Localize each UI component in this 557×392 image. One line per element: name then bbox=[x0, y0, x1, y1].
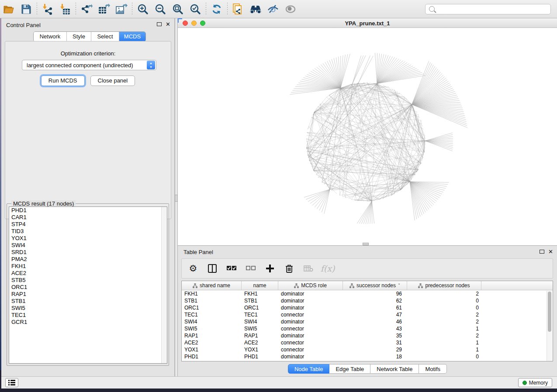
hide-selected-icon[interactable] bbox=[264, 2, 282, 17]
cell-successor_nodes: 35 bbox=[343, 332, 407, 339]
column-header-shared-name[interactable]: shared name bbox=[182, 281, 242, 290]
column-type-icon bbox=[418, 283, 423, 288]
mcds-result-item[interactable]: GCR1 bbox=[9, 319, 167, 326]
cell-mcds_role: dominator bbox=[278, 290, 343, 297]
first-neighbors-icon[interactable] bbox=[247, 2, 264, 17]
mcds-result-item[interactable]: ACE2 bbox=[9, 270, 167, 277]
mcds-result-item[interactable]: FKH1 bbox=[9, 263, 167, 270]
apply-layout-icon[interactable] bbox=[208, 2, 225, 17]
search-icon bbox=[429, 6, 435, 12]
network-canvas[interactable] bbox=[178, 28, 557, 245]
show-panels-list-button[interactable] bbox=[5, 378, 18, 387]
table-scrollbar[interactable] bbox=[547, 291, 552, 361]
float-panel-icon[interactable] bbox=[540, 250, 544, 254]
toolbar-separator bbox=[76, 3, 76, 16]
show-all-icon[interactable] bbox=[282, 2, 299, 17]
mcds-result-item[interactable]: SWI4 bbox=[9, 242, 167, 249]
close-panel-button[interactable]: Close panel bbox=[90, 76, 135, 86]
optimization-criterion-select[interactable]: largest connected component (undirected)… bbox=[22, 60, 156, 70]
cell-shared_name: SWI5 bbox=[182, 325, 242, 332]
column-header-MCDS-role[interactable]: MCDS role bbox=[278, 281, 343, 290]
zoom-in-icon[interactable] bbox=[134, 2, 152, 17]
new-network-from-selection-icon[interactable] bbox=[229, 2, 247, 17]
cell-successor_nodes: 29 bbox=[343, 346, 407, 353]
add-column-icon[interactable] bbox=[265, 263, 275, 274]
table-row[interactable]: RAP1RAP1dominator352 bbox=[182, 332, 553, 339]
save-session-icon[interactable] bbox=[17, 2, 35, 17]
mcds-result-item[interactable]: CAR1 bbox=[9, 214, 167, 221]
table-row[interactable]: ACE2ACE2connector311 bbox=[182, 339, 553, 346]
zoom-selected-icon[interactable] bbox=[187, 2, 204, 17]
column-header-name[interactable]: name bbox=[242, 281, 278, 290]
mcds-result-item[interactable]: SRD1 bbox=[9, 249, 167, 256]
network-window: YPA_prune.txt_1 bbox=[178, 18, 557, 245]
column-header-successor-nodes[interactable]: successor nodes˅ bbox=[343, 281, 407, 290]
column-header-predecessor-nodes[interactable]: predecessor nodes bbox=[407, 281, 481, 290]
mcds-result-item[interactable]: TID3 bbox=[9, 228, 167, 235]
close-panel-icon[interactable]: ✕ bbox=[548, 249, 553, 254]
table-row[interactable]: TEC1TEC1connector472 bbox=[182, 311, 553, 318]
table-row[interactable]: ORC1ORC1dominator610 bbox=[182, 304, 553, 311]
mcds-result-item[interactable]: STP4 bbox=[9, 221, 167, 228]
cell-successor_nodes: 46 bbox=[343, 318, 407, 325]
mcds-result-item[interactable]: YOX1 bbox=[9, 235, 167, 242]
table-row[interactable]: STB1STB1dominator620 bbox=[182, 297, 553, 304]
cell-mcds_role: connector bbox=[278, 346, 343, 353]
mcds-result-item[interactable]: PMA2 bbox=[9, 256, 167, 263]
vertical-splitter-handle[interactable] bbox=[175, 195, 178, 202]
cell-mcds_role: dominator bbox=[278, 332, 343, 339]
table-row[interactable]: YOX1YOX1connector291 bbox=[182, 346, 553, 353]
show-columns-icon[interactable] bbox=[207, 263, 218, 274]
float-panel-icon[interactable] bbox=[157, 22, 162, 26]
delete-column-icon[interactable] bbox=[284, 263, 294, 274]
export-network-icon[interactable] bbox=[78, 2, 95, 17]
mcds-result-item[interactable]: STB1 bbox=[9, 298, 167, 305]
mcds-result-item[interactable]: RAP1 bbox=[9, 291, 167, 298]
tab-network[interactable]: Network bbox=[34, 32, 67, 41]
cell-mcds_role: connector bbox=[278, 339, 343, 346]
mcds-result-item[interactable]: STB5 bbox=[9, 277, 167, 284]
mcds-result-item[interactable]: ORC1 bbox=[9, 284, 167, 291]
table-row[interactable]: SWI5SWI5connector431 bbox=[182, 325, 553, 332]
cell-name: PHD1 bbox=[242, 353, 278, 360]
sort-chevron-icon: ˅ bbox=[398, 283, 400, 288]
run-mcds-button[interactable]: Run MCDS bbox=[41, 76, 85, 86]
search-input[interactable] bbox=[437, 5, 550, 14]
horizontal-splitter-handle[interactable] bbox=[363, 243, 369, 245]
function-builder-icon[interactable]: f(x) bbox=[322, 263, 333, 274]
export-table-icon[interactable] bbox=[95, 2, 113, 17]
tab-motifs[interactable]: Motifs bbox=[419, 364, 447, 374]
tab-select[interactable]: Select bbox=[91, 32, 119, 41]
zoom-fit-icon[interactable] bbox=[169, 2, 187, 17]
tab-node-table[interactable]: Node Table bbox=[288, 364, 330, 374]
mcds-list-scrollbar[interactable] bbox=[161, 207, 167, 363]
memory-button[interactable]: Memory bbox=[518, 378, 552, 387]
deselect-all-icon[interactable] bbox=[246, 263, 256, 274]
tab-network-table[interactable]: Network Table bbox=[370, 364, 419, 374]
close-panel-icon[interactable]: ✕ bbox=[166, 22, 170, 27]
mcds-result-list[interactable]: PHD1CAR1STP4TID3YOX1SWI4SRD1PMA2FKH1ACE2… bbox=[9, 206, 167, 364]
table-settings-gear-icon[interactable]: ⚙ bbox=[188, 263, 198, 274]
toolbar-separator bbox=[227, 3, 228, 16]
cell-name: FKH1 bbox=[242, 290, 278, 297]
table-row[interactable]: SWI4SWI4dominator462 bbox=[182, 318, 553, 325]
clear-table-icon[interactable] bbox=[303, 263, 314, 274]
vertical-splitter[interactable] bbox=[175, 18, 178, 376]
zoom-out-icon[interactable] bbox=[152, 2, 169, 17]
table-scrollbar-thumb[interactable] bbox=[548, 292, 551, 332]
open-file-icon[interactable] bbox=[0, 2, 17, 17]
tab-edge-table[interactable]: Edge Table bbox=[329, 364, 370, 374]
import-table-icon[interactable] bbox=[56, 2, 74, 17]
mcds-result-item[interactable]: SWI5 bbox=[9, 305, 167, 312]
tab-style[interactable]: Style bbox=[67, 32, 91, 41]
import-network-icon[interactable] bbox=[39, 2, 56, 17]
export-image-icon[interactable] bbox=[113, 2, 130, 17]
table-row[interactable]: PHD1PHD1dominator180 bbox=[182, 353, 553, 360]
mcds-result-item[interactable]: PHD1 bbox=[9, 207, 167, 214]
tab-mcds[interactable]: MCDS bbox=[119, 32, 145, 41]
mcds-result-item[interactable]: TEC1 bbox=[9, 312, 167, 319]
cell-shared_name: FKH1 bbox=[182, 290, 242, 297]
cell-name: RAP1 bbox=[242, 332, 278, 339]
table-row[interactable]: FKH1FKH1dominator962 bbox=[182, 290, 553, 297]
select-all-icon[interactable] bbox=[226, 263, 237, 274]
